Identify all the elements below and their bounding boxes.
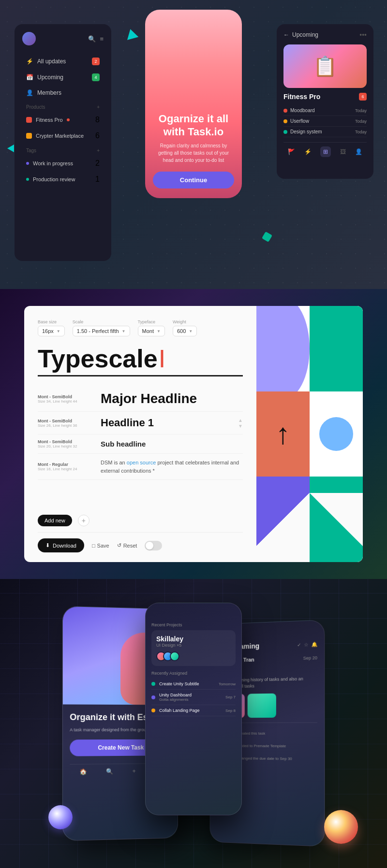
save-button[interactable]: □ Save <box>92 543 109 549</box>
continue-button[interactable]: Continue <box>153 172 234 188</box>
open-source-link[interactable]: open source <box>127 460 156 465</box>
task-item-1[interactable]: Create Unity Subtitle Tomorrow <box>151 679 236 690</box>
row-font-name: Mont - SemiBold <box>38 419 91 423</box>
tag-dot-prod <box>26 178 29 181</box>
grid-icon[interactable]: ⊞ <box>320 146 331 157</box>
geometric-panel: ↑ <box>256 306 363 562</box>
sidebar-header: 🔍 ≡ <box>22 32 104 45</box>
task-item-2[interactable]: Unity Dashboard Gotta alignments Sep 7 <box>151 690 236 705</box>
weight-select[interactable]: 600 ▼ <box>173 326 197 336</box>
home-icon[interactable]: 🏠 <box>79 768 87 775</box>
base-size-select[interactable]: 16px ▼ <box>38 326 65 336</box>
add-new-label: Add new <box>45 518 65 523</box>
typescale-title-area: Typescale I <box>38 346 243 376</box>
type-row-major-headline: Mont - SemiBold Size 34, Line height 44 … <box>38 386 243 412</box>
tag-label-wip: Work in progress <box>33 160 73 166</box>
task-info: Collah Landing Page <box>159 708 222 713</box>
add-icon[interactable]: + <box>97 104 100 110</box>
scale-select[interactable]: 1.50 - Perfect fifth ▼ <box>73 326 130 336</box>
products-section-label: Products + <box>22 101 104 113</box>
phone-middle-header: Recent Projects Skillaley UI Design ×5 R… <box>146 603 241 721</box>
download-label: Download <box>53 543 76 549</box>
cursor: I <box>159 346 165 371</box>
flag-icon[interactable]: 🚩 <box>288 148 295 155</box>
weight-label: Weight <box>173 319 197 324</box>
tag-label-prod: Production review <box>33 176 75 182</box>
task-item-3[interactable]: Collah Landing Page Sep 8 <box>151 705 236 716</box>
headline1-sample: Headline 1 ▲ ▼ <box>101 417 243 429</box>
task-date: Sep 8 <box>225 709 236 713</box>
back-label: Upcoming <box>292 31 318 38</box>
project-hero-image: 📋 <box>283 44 367 88</box>
stepper-icon[interactable]: ▲ ▼ <box>238 418 243 429</box>
product-name-crypter: Crypter Marketplace <box>36 133 84 139</box>
circle-add-button[interactable]: + <box>78 515 89 526</box>
task-date: Today <box>355 108 367 113</box>
tag-production-review[interactable]: Production review 1 <box>22 172 104 187</box>
typeface-select[interactable]: Mont ▼ <box>138 326 165 336</box>
back-button[interactable]: ← Upcoming <box>283 31 318 38</box>
reset-icon: ↺ <box>117 542 121 549</box>
task-sub: Gotta alignments <box>159 697 222 702</box>
reset-button[interactable]: ↺ Reset <box>117 542 137 549</box>
avatar-3 <box>170 651 179 661</box>
badge-all-updates: 2 <box>92 58 100 65</box>
phone-middle: Recent Projects Skillaley UI Design ×5 R… <box>145 603 242 815</box>
title-text: Typescale <box>38 346 158 371</box>
task-dot <box>151 709 155 712</box>
green-square <box>310 306 363 391</box>
more-options-icon[interactable]: ••• <box>359 31 367 39</box>
task-design-system[interactable]: Design system Today <box>283 127 367 137</box>
section-3d-phones: Unity Gaming ✓ ☆ 🔔 9am Tran Sep 20 Descr… <box>0 579 387 868</box>
bolt-icon: ⚡ <box>26 58 33 65</box>
product-icon-red <box>26 117 32 123</box>
add-tag-icon[interactable]: + <box>97 148 100 153</box>
person-nav-icon[interactable]: 👤 <box>355 148 362 155</box>
base-size-label: Base size <box>38 319 65 324</box>
product-crypter[interactable]: Crypter Marketplace 6 <box>22 129 104 143</box>
arrow-up-icon: ↑ <box>276 417 290 450</box>
project-avatars <box>156 651 231 661</box>
bolt-nav-icon[interactable]: ⚡ <box>304 148 312 155</box>
assigned-label: Recently Assigned <box>151 671 236 676</box>
menu-icon[interactable]: ≡ <box>100 35 104 43</box>
task-date: Sep 7 <box>225 695 236 699</box>
task-name: Collah Landing Page <box>159 708 222 713</box>
download-button[interactable]: ⬇ Download <box>38 538 84 552</box>
theme-toggle[interactable] <box>145 541 162 550</box>
task-name: Unity Dashboard <box>159 693 222 697</box>
task-date: Tomorrow <box>219 682 236 686</box>
nav-label-members: Members <box>37 89 61 96</box>
tag-work-in-progress[interactable]: Work in progress 2 <box>22 156 104 171</box>
geo-cell-orange: ↑ <box>256 391 310 477</box>
weight-control: Weight 600 ▼ <box>173 319 197 336</box>
type-scale-rows: Mont - SemiBold Size 34, Line height 44 … <box>38 386 243 507</box>
nav-item-all-updates[interactable]: ⚡ All updates 2 <box>22 54 104 69</box>
badge-upcoming: 4 <box>92 73 100 81</box>
add-nav-icon[interactable]: + <box>133 768 136 775</box>
phone-back-icons: ✓ ☆ 🔔 <box>297 641 317 647</box>
image-icon[interactable]: 🖼 <box>340 148 346 155</box>
person-icon: 👤 <box>26 89 33 96</box>
section-typescale: Base size 16px ▼ Scale 1.50 - Perfect fi… <box>0 289 387 579</box>
search-icon[interactable]: 🔍 <box>106 768 113 775</box>
task-dot <box>283 109 287 113</box>
task-date: Today <box>355 130 367 134</box>
search-icon[interactable]: 🔍 <box>88 35 96 43</box>
chevron-down-icon: ▼ <box>189 329 193 333</box>
project-card-name: Skillaley <box>156 635 231 643</box>
task-info: Unity Dashboard Gotta alignments <box>159 693 222 702</box>
nav-item-members[interactable]: 👤 Members <box>22 86 104 100</box>
task-info: Create Unity Subtitle <box>159 681 215 686</box>
task-name: Design system <box>290 129 322 134</box>
add-new-button[interactable]: Add new <box>38 515 72 526</box>
product-fitness-pro[interactable]: Fitness Pro 8 <box>22 113 104 127</box>
nav-item-upcoming[interactable]: 📅 Upcoming 4 <box>22 70 104 85</box>
right-panel: ← Upcoming ••• 📋 Fitness Pro 6 Moodboard… <box>277 24 373 179</box>
back-arrow-icon: ← <box>283 31 289 38</box>
task-userflow[interactable]: Userflow Today <box>283 116 367 127</box>
recent-projects-label: Recent Projects <box>151 622 236 627</box>
scale-label: Scale <box>73 319 130 324</box>
task-dot <box>283 119 287 123</box>
task-moodboard[interactable]: Moodboard Today <box>283 105 367 116</box>
